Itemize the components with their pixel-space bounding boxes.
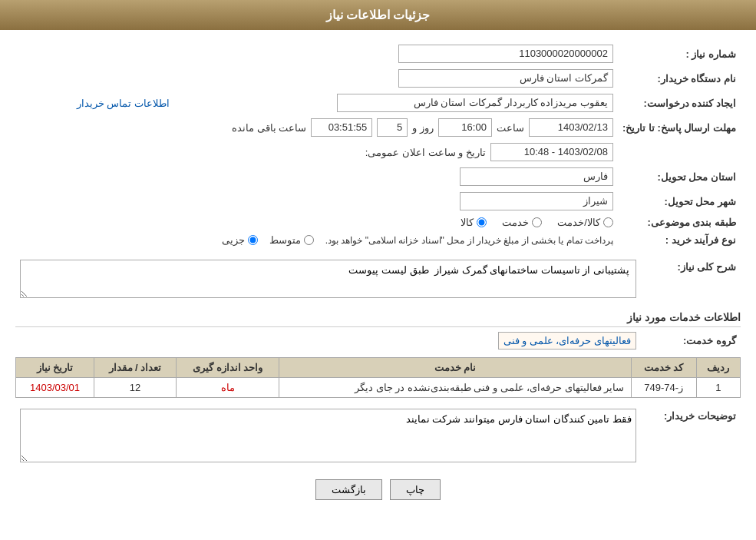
- response-date: 1403/02/13: [529, 118, 613, 137]
- service-table-header: ردیف کد خدمت نام خدمت واحد اندازه گیری ت…: [16, 358, 741, 378]
- col-service-code: کد خدمت: [631, 358, 696, 378]
- col-unit: واحد اندازه گیری: [176, 358, 279, 378]
- category-label: طبقه بندی موضوعی:: [618, 214, 741, 231]
- creator-value: یعقوب مریدزاده کاربردار گمرکات استان فار…: [337, 94, 613, 112]
- category-radio-goods-service[interactable]: [603, 217, 613, 227]
- button-row: چاپ بازگشت: [15, 479, 741, 500]
- table-row: 1ز-74-749سایر فعالیتهای حرفه‌ای، علمی و …: [16, 378, 741, 398]
- col-date: تاریخ نیاز: [16, 358, 94, 378]
- cell-row-num: 1: [696, 378, 740, 398]
- cell-service-name: سایر فعالیتهای حرفه‌ای، علمی و فنی طبقه‌…: [279, 378, 631, 398]
- service-group-row: گروه خدمت: فعالیتهای حرفه‌ای، علمی و فنی: [15, 332, 741, 350]
- response-time: 16:00: [438, 118, 492, 137]
- col-row-num: ردیف: [696, 358, 740, 378]
- purchase-type-label: نوع فرآیند خرید :: [618, 231, 741, 249]
- category-option-goods[interactable]: کالا: [461, 217, 487, 228]
- announcement-row: 1403/02/08 - 10:48 تاریخ و ساعت اعلان عم…: [15, 140, 741, 164]
- purchase-type-partial[interactable]: جزیی: [222, 234, 258, 246]
- city-row: شهر محل تحویل: شیراز: [15, 189, 741, 214]
- print-button[interactable]: چاپ: [390, 479, 441, 500]
- buyer-org-value: گمرکات استان فارس: [398, 69, 613, 88]
- service-table-header-row: ردیف کد خدمت نام خدمت واحد اندازه گیری ت…: [16, 358, 741, 378]
- category-label-service: خدمت: [502, 217, 529, 228]
- service-info-title: اطلاعات خدمات مورد نیاز: [15, 311, 741, 327]
- category-row: طبقه بندی موضوعی: کالا/خدمت خدمت: [15, 214, 741, 231]
- remaining-label: ساعت باقی مانده: [232, 122, 306, 134]
- buyer-notes-textarea: [20, 409, 636, 462]
- purchase-type-medium[interactable]: متوسط: [269, 234, 314, 246]
- buyer-notes-table: توضیحات خریدار:: [15, 406, 741, 468]
- main-form-table: شماره نیاز : 1103000020000002 نام دستگاه…: [15, 41, 741, 249]
- buyer-contact-link[interactable]: اطلاعات تماس خریدار: [77, 98, 170, 109]
- response-deadline-row: مهلت ارسال پاسخ: تا تاریخ: 1403/02/13 سا…: [15, 115, 741, 140]
- buyer-notes-row: توضیحات خریدار:: [15, 406, 741, 468]
- announcement-value: 1403/02/08 - 10:48: [490, 143, 613, 161]
- category-label-goods: کالا: [461, 217, 474, 228]
- col-service-name: نام خدمت: [279, 358, 631, 378]
- response-deadline-fields: 1403/02/13 ساعت 16:00 روز و 5 03:51:55 س…: [20, 118, 613, 137]
- need-number-row: شماره نیاز : 1103000020000002: [15, 41, 741, 66]
- response-day-label: روز و: [412, 122, 434, 134]
- purchase-type-radio-medium[interactable]: [304, 235, 314, 245]
- service-table-body: 1ز-74-749سایر فعالیتهای حرفه‌ای، علمی و …: [16, 378, 741, 398]
- city-label: شهر محل تحویل:: [618, 189, 741, 214]
- province-row: استان محل تحویل: فارس: [15, 164, 741, 189]
- category-option-service[interactable]: خدمت: [502, 217, 542, 228]
- header-title: جزئیات اطلاعات نیاز: [326, 8, 431, 22]
- category-radio-group: کالا/خدمت خدمت کالا: [20, 217, 613, 228]
- page-wrapper: جزئیات اطلاعات نیاز شماره نیاز : 1103000…: [0, 0, 756, 540]
- cell-unit: ماه: [176, 378, 279, 398]
- creator-row: ایجاد کننده درخواست: یعقوب مریدزاده کارب…: [15, 91, 741, 115]
- service-group-value: فعالیتهای حرفه‌ای، علمی و فنی: [498, 332, 636, 350]
- buyer-notes-label: توضیحات خریدار:: [641, 406, 741, 468]
- col-quantity: تعداد / مقدار: [94, 358, 177, 378]
- remaining-time: 03:51:55: [311, 118, 372, 137]
- need-number-label: شماره نیاز :: [618, 41, 741, 66]
- city-value: شیراز: [460, 192, 613, 210]
- response-days: 5: [377, 118, 408, 137]
- buyer-org-row: نام دستگاه خریدار: گمرکات استان فارس: [15, 66, 741, 91]
- announcement-fields: 1403/02/08 - 10:48 تاریخ و ساعت اعلان عم…: [179, 143, 613, 161]
- response-deadline-label: مهلت ارسال پاسخ: تا تاریخ:: [618, 115, 741, 140]
- content-area: شماره نیاز : 1103000020000002 نام دستگاه…: [0, 30, 756, 519]
- creator-label: ایجاد کننده درخواست:: [618, 91, 741, 115]
- need-description-label: شرح کلی نیاز:: [641, 257, 741, 303]
- service-table: ردیف کد خدمت نام خدمت واحد اندازه گیری ت…: [15, 357, 741, 398]
- page-header: جزئیات اطلاعات نیاز: [0, 0, 756, 30]
- purchase-type-label-medium: متوسط: [269, 234, 301, 246]
- need-description-row: شرح کلی نیاز: پشتیبانی از تاسیسات ساختما…: [15, 257, 741, 303]
- response-time-label: ساعت: [497, 122, 524, 134]
- purchase-type-label-partial: جزیی: [222, 234, 245, 246]
- cell-quantity: 12: [94, 378, 177, 398]
- cell-service-code: ز-74-749: [631, 378, 696, 398]
- back-button[interactable]: بازگشت: [315, 479, 382, 500]
- category-radio-goods[interactable]: [477, 217, 487, 227]
- province-value: فارس: [460, 167, 613, 186]
- purchase-type-note: پرداخت تمام یا بخشی از مبلغ خریدار از مح…: [325, 235, 613, 246]
- service-group-table: گروه خدمت: فعالیتهای حرفه‌ای، علمی و فنی: [15, 332, 741, 350]
- purchase-type-radio-partial[interactable]: [248, 235, 258, 245]
- need-number-value: 1103000020000002: [398, 45, 613, 63]
- need-description-textarea: پشتیبانی از تاسیسات ساختمانهای گمرک شیرا…: [20, 260, 636, 298]
- province-label: استان محل تحویل:: [618, 164, 741, 189]
- category-option-goods-service[interactable]: کالا/خدمت: [557, 217, 613, 228]
- category-label-goods-service: کالا/خدمت: [557, 217, 600, 228]
- purchase-type-group: پرداخت تمام یا بخشی از مبلغ خریدار از مح…: [20, 234, 613, 246]
- need-description-table: شرح کلی نیاز: پشتیبانی از تاسیسات ساختما…: [15, 257, 741, 303]
- category-radio-service[interactable]: [532, 217, 542, 227]
- purchase-type-row: نوع فرآیند خرید : پرداخت تمام یا بخشی از…: [15, 231, 741, 249]
- cell-date: 1403/03/01: [16, 378, 94, 398]
- service-group-label: گروه خدمت:: [641, 332, 741, 350]
- buyer-org-label: نام دستگاه خریدار:: [618, 66, 741, 91]
- announcement-label: تاریخ و ساعت اعلان عمومی:: [365, 147, 486, 158]
